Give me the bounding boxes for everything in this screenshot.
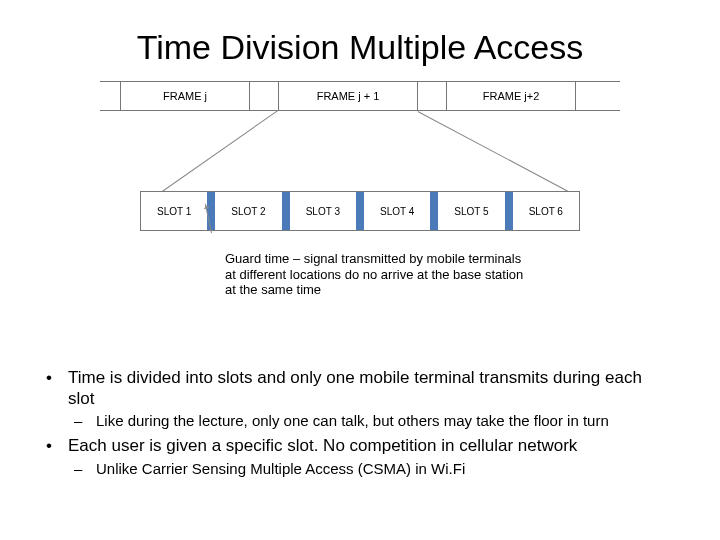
bullet-item: • Time is divided into slots and only on… <box>46 368 666 409</box>
bullet-list: • Time is divided into slots and only on… <box>46 368 666 483</box>
guard-band <box>505 192 513 230</box>
frame-cell: FRAME j <box>120 81 250 111</box>
slide-title: Time Division Multiple Access <box>0 28 720 67</box>
guard-band <box>430 192 438 230</box>
connector-line <box>145 110 278 204</box>
sub-bullet-item: – Unlike Carrier Sensing Multiple Access… <box>74 460 666 478</box>
connector-line <box>418 111 577 196</box>
frame-cell: FRAME j + 1 <box>278 81 418 111</box>
bullet-text: Time is divided into slots and only one … <box>68 368 666 409</box>
slot-cell: SLOT 4 <box>364 192 430 230</box>
bullet-dash-icon: – <box>74 412 96 430</box>
slot-cell: SLOT 6 <box>513 192 579 230</box>
bullet-dot-icon: • <box>46 368 68 409</box>
tdma-diagram: FRAME j FRAME j + 1 FRAME j+2 SLOT 1 SLO… <box>100 81 620 261</box>
bullet-dash-icon: – <box>74 460 96 478</box>
sub-bullet-item: – Like during the lecture, only one can … <box>74 412 666 430</box>
frame-cell: FRAME j+2 <box>446 81 576 111</box>
slot-cell: SLOT 1 <box>141 192 207 230</box>
frames-row: FRAME j FRAME j + 1 FRAME j+2 <box>100 81 620 111</box>
bullet-item: • Each user is given a specific slot. No… <box>46 436 666 457</box>
bullet-dot-icon: • <box>46 436 68 457</box>
sub-bullet-text: Unlike Carrier Sensing Multiple Access (… <box>96 460 465 478</box>
slot-cell: SLOT 5 <box>438 192 504 230</box>
slot-cell: SLOT 2 <box>215 192 281 230</box>
slot-cell: SLOT 3 <box>290 192 356 230</box>
sub-bullet-text: Like during the lecture, only one can ta… <box>96 412 609 430</box>
bullet-text: Each user is given a specific slot. No c… <box>68 436 577 457</box>
guard-band <box>356 192 364 230</box>
guard-caption: Guard time – signal transmitted by mobil… <box>225 251 525 298</box>
guard-band <box>282 192 290 230</box>
